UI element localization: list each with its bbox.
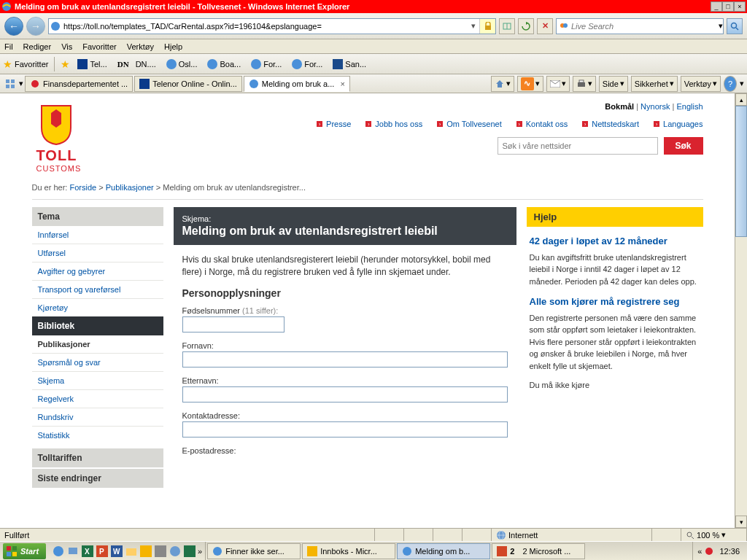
address-dropdown-icon[interactable]: ▾ [468,21,479,31]
input-fornavn[interactable] [182,351,508,368]
minimize-button[interactable]: _ [711,1,722,12]
ql-app-icon[interactable] [183,545,196,558]
nav-presse[interactable]: ›Presse [317,120,351,128]
menu-tools[interactable]: Verktøy [127,42,154,51]
sidebar-item[interactable]: Spørsmål og svar [32,353,163,371]
sidebar-item[interactable]: Avgifter og gebyrer [32,262,163,280]
ql-powerpoint-icon[interactable]: P [96,545,109,558]
bookmark-item[interactable]: DN DN.... [115,58,159,70]
tools-menu-button[interactable]: Verktøy ▾ [681,76,721,92]
menu-view[interactable]: Vis [61,42,72,51]
safety-menu-button[interactable]: Sikkerhet ▾ [631,76,678,92]
search-go-button[interactable] [727,18,743,34]
nav-kontakt[interactable]: ›Kontakt oss [516,120,568,128]
crumb-publikasjoner[interactable]: Publikasjoner [106,183,154,192]
address-input[interactable] [62,22,468,31]
browser-search-box[interactable]: ▾ [556,18,724,34]
nav-om[interactable]: ›Om Tollvesenet [437,120,502,128]
ql-outlook-icon[interactable] [139,545,152,558]
task-button[interactable]: Finner ikke ser... [207,543,301,559]
home-button[interactable]: ▾ [491,76,514,92]
scroll-up-button[interactable]: ▴ [735,93,747,106]
nav-languages[interactable]: ›Languages [654,120,703,128]
sidebar-item[interactable]: Kjøretøy [32,298,163,316]
input-fodselsnummer[interactable] [182,316,285,332]
sidebar-item[interactable]: Skjema [32,371,163,389]
bookmark-item[interactable]: San... [330,58,369,71]
back-button[interactable]: ← [4,17,23,36]
print-button[interactable]: ▾ [573,76,596,92]
site-search-input[interactable] [498,137,658,155]
task-button[interactable]: 2 2 Microsoft ... [492,543,585,559]
sidebar-item[interactable]: Regelverk [32,389,163,408]
scroll-thumb[interactable] [735,106,747,237]
start-button[interactable]: Start [3,543,46,559]
tab-close-icon[interactable]: × [340,79,344,88]
sidebar-item-active[interactable]: Publikasjoner [32,335,163,353]
bookmark-item[interactable]: Tel... [74,58,109,71]
zoom-cell[interactable]: 100 % ▾ [681,529,747,541]
crumb-forside[interactable]: Forside [69,183,96,192]
task-button[interactable]: Innboks - Micr... [302,543,395,559]
sidebar-item[interactable]: Statistikk [32,426,163,444]
nav-jobb[interactable]: ›Jobb hos oss [365,120,422,128]
sidebar-item[interactable]: Transport og vareførsel [32,280,163,298]
tray-icon[interactable] [705,547,713,556]
forward-button[interactable]: → [26,17,45,36]
favorites-button[interactable]: ★ Favoritter [3,58,48,70]
bookmark-item[interactable]: For... [248,58,285,71]
bookmark-item[interactable]: Osl... [163,58,201,71]
close-button[interactable]: × [734,1,746,12]
site-logo[interactable]: TOLL CUSTOMS [32,99,98,173]
vertical-scrollbar[interactable]: ▴ ▾ [735,93,747,528]
site-search-button[interactable]: Søk [664,137,703,155]
mail-button[interactable]: ▾ [546,76,570,92]
input-kontaktadresse[interactable] [182,421,508,438]
section-tolltariffen[interactable]: Tolltariffen [32,448,163,467]
bookmark-item[interactable]: For... [289,58,325,71]
menu-edit[interactable]: Rediger [23,42,52,51]
stop-button[interactable]: ✕ [537,18,553,34]
sidebar-item[interactable]: Utførsel [32,244,163,262]
nav-nettstedskart[interactable]: ›Nettstedskart [582,120,639,128]
ql-app-icon[interactable] [154,545,167,558]
bookmark-item[interactable]: Boa... [204,58,244,71]
compat-view-button[interactable] [499,18,515,34]
ql-expand-icon[interactable]: » [198,547,202,556]
help-button[interactable]: ? [724,76,737,92]
sidebar-item[interactable]: Rundskriv [32,408,163,426]
add-favorite-icon[interactable]: ★ [61,58,70,70]
menu-help[interactable]: Hjelp [164,42,182,51]
input-etternavn[interactable] [182,386,508,402]
refresh-button[interactable] [518,18,534,34]
lang-english[interactable]: English [676,102,703,111]
rss-button[interactable]: ∿▾ [517,76,543,92]
lang-nynorsk[interactable]: Nynorsk [640,102,670,111]
tab-melding[interactable]: Melding om bruk a... × [244,76,350,92]
quick-tabs-button[interactable] [3,77,18,91]
sidebar-item[interactable]: Innførsel [32,226,163,244]
address-bar[interactable]: ▾ [48,18,496,34]
menu-file[interactable]: Fil [4,42,13,51]
ql-word-icon[interactable]: W [110,545,123,558]
task-button-active[interactable]: Melding om b... [397,543,490,559]
maximize-button[interactable]: □ [722,1,734,12]
scroll-track[interactable] [735,106,747,516]
browser-search-input[interactable] [571,22,719,31]
menu-favorites[interactable]: Favoritter [82,42,116,51]
section-siste[interactable]: Siste endringer [32,469,163,488]
tab-finansdepartementet[interactable]: Finansdepartementet ... [25,76,133,92]
tray-expand-icon[interactable]: « [697,547,702,556]
tab-telenor[interactable]: Telenor Online - Onlin... [134,76,242,92]
page-menu-button[interactable]: Side ▾ [599,76,628,92]
ql-ie-icon[interactable] [52,545,65,558]
lang-bokmal[interactable]: Bokmål [605,102,634,111]
scroll-down-button[interactable]: ▾ [735,516,747,528]
ql-app-icon[interactable] [169,545,182,558]
search-dropdown-icon[interactable]: ▾ [719,21,723,31]
ql-explorer-icon[interactable] [125,545,138,558]
quick-tabs-dropdown[interactable]: ▾ [19,79,23,88]
clock[interactable]: 12:36 [716,547,743,556]
ql-desktop-icon[interactable] [66,545,80,558]
ql-excel-icon[interactable]: X [81,545,94,558]
